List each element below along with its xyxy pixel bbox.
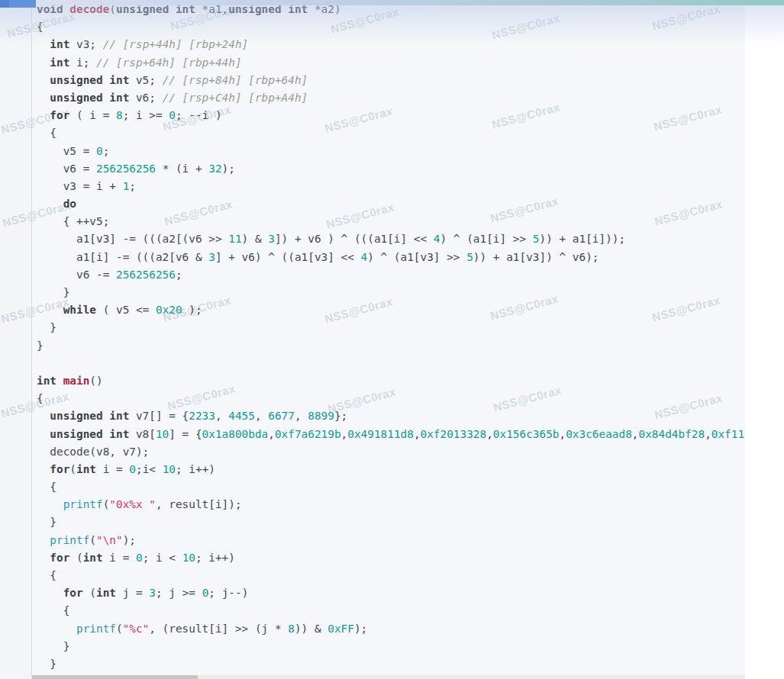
- code-line: }: [37, 513, 745, 531]
- code-line: v6 -= 256256256;: [37, 266, 745, 284]
- code-line: {: [37, 478, 745, 496]
- right-gutter: [745, 0, 784, 679]
- code-line: v3 = i + 1;: [37, 178, 745, 195]
- code-line: }: [37, 638, 745, 655]
- code-line: unsigned int v6; // [rsp+C4h] [rbp+A4h]: [37, 89, 745, 107]
- code-line: int main(): [37, 372, 745, 390]
- code-line: unsigned int v8[10] = {0x1a800bda,0xf7a6…: [37, 426, 745, 443]
- code-line: for (int i = 0; i < 10; i++): [37, 549, 745, 567]
- code-line: for(int i = 0;i< 10; i++): [37, 461, 745, 478]
- code-line: {: [37, 390, 745, 407]
- top-bar: [0, 0, 784, 5]
- code-line: {: [37, 602, 745, 619]
- code-line: unsigned int v7[] = {2233, 4455, 6677, 8…: [37, 407, 745, 425]
- code-line: }: [37, 655, 745, 673]
- code-line: printf("\n");: [37, 532, 745, 549]
- code-line: printf("0x%x ", result[i]);: [37, 496, 745, 513]
- code-line: a1[i] -= (((a2[v6 & 3] + v6) ^ ((a1[v3] …: [37, 249, 745, 266]
- code-line: while ( v5 <= 0x20 );: [37, 301, 745, 319]
- code-line: decode(v8, v7);: [37, 443, 745, 461]
- code-line: do: [37, 195, 745, 213]
- top-bar-corner: [0, 0, 9, 8]
- code-line: {: [37, 18, 745, 36]
- code-line: {: [37, 567, 745, 584]
- code-line: int v3; // [rsp+44h] [rbp+24h]: [37, 36, 745, 53]
- code-line: for (int j = 3; j >= 0; j--): [37, 584, 745, 602]
- code-line: { ++v5;: [37, 213, 745, 230]
- code-line: [37, 355, 745, 372]
- code-block: void decode(unsigned int *a1,unsigned in…: [32, 0, 745, 679]
- code-line: printf("%c", (result[i] >> (j * 8)) & 0x…: [37, 620, 745, 638]
- page: void decode(unsigned int *a1,unsigned in…: [0, 0, 784, 679]
- code-line: v5 = 0;: [37, 143, 745, 160]
- code-line: int i; // [rsp+64h] [rbp+44h]: [37, 54, 745, 72]
- code-line: a1[v3] -= (((a2[(v6 >> 11) & 3]) + v6 ) …: [37, 230, 745, 248]
- code-line: for ( i = 8; i >= 0; --i ): [37, 107, 745, 124]
- code-line: }: [37, 284, 745, 301]
- code-line: {: [37, 124, 745, 142]
- code-line: }: [37, 319, 745, 336]
- code-line: unsigned int v5; // [rsp+84h] [rbp+64h]: [37, 72, 745, 89]
- code-line: }: [37, 337, 745, 355]
- code-content: void decode(unsigned int *a1,unsigned in…: [32, 0, 745, 679]
- left-gutter: [0, 0, 32, 679]
- horizontal-scrollbar-track[interactable]: [32, 675, 745, 679]
- code-line: v6 = 256256256 * (i + 32);: [37, 160, 745, 178]
- horizontal-scrollbar-thumb[interactable]: [32, 675, 198, 679]
